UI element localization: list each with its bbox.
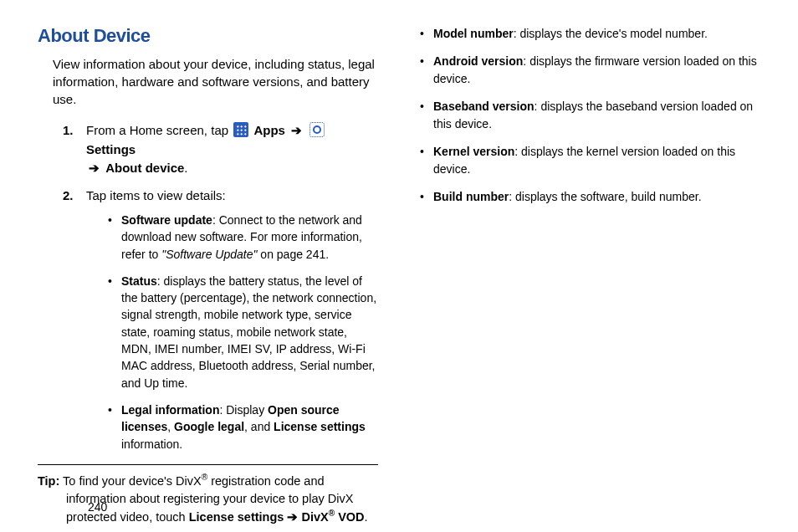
intro-paragraph: View information about your device, incl… (53, 55, 378, 108)
text: information. (121, 437, 182, 451)
bold-term: DivX (301, 510, 328, 524)
period: . (184, 161, 187, 175)
text: : displays the device's model number. (514, 27, 708, 40)
detail-bullets: Software update: Connect to the network … (108, 212, 378, 453)
section-title: About Device (38, 25, 378, 47)
term: Model number (433, 27, 514, 40)
bold-term: License settings (189, 510, 284, 524)
text: on page 241. (257, 248, 329, 261)
term: Android version (433, 54, 523, 68)
bold-term: License settings (274, 420, 366, 433)
tip-label: Tip: (38, 474, 59, 488)
right-column: Model number: displays the device's mode… (403, 25, 760, 515)
bold-term: VOD (335, 510, 364, 524)
reference: "Software Update" (161, 248, 257, 261)
settings-label: Settings (86, 142, 136, 156)
arrow-icon: ➔ (284, 510, 301, 524)
registered-mark: ® (329, 509, 335, 518)
bullet-build-number: Build number: displays the software, bui… (420, 188, 760, 206)
tip-box: Tip: To find your device's DivX® registr… (38, 464, 378, 532)
text: : displays the battery status, the level… (121, 274, 376, 390)
bullet-model-number: Model number: displays the device's mode… (420, 25, 760, 43)
apps-label: Apps (253, 123, 285, 137)
step-text: Tap items to view details: (86, 188, 226, 202)
registered-mark: ® (202, 473, 207, 482)
left-column: About Device View information about your… (38, 25, 403, 515)
apps-icon (233, 122, 248, 137)
page-number: 240 (88, 500, 107, 514)
arrow-icon: ➔ (89, 161, 100, 175)
settings-icon (309, 122, 325, 137)
step-number: 2. (63, 187, 74, 206)
about-device-label: About device (105, 161, 184, 175)
sep: , and (244, 420, 274, 433)
bullet-kernel-version: Kernel version: displays the kernel vers… (420, 143, 760, 178)
term: Legal information (121, 403, 219, 417)
manual-page: About Device View information about your… (0, 0, 798, 532)
term: Kernel version (433, 145, 514, 158)
term: Build number (433, 190, 509, 203)
sep: , (167, 420, 174, 433)
bullet-software-update: Software update: Connect to the network … (108, 212, 378, 263)
arrow-icon: ➔ (291, 123, 302, 137)
tip-content: Tip: To find your device's DivX® registr… (38, 472, 378, 526)
tip-text: To find your device's DivX (59, 474, 201, 488)
step-1: 1. From a Home screen, tap Apps ➔ Settin… (63, 121, 378, 178)
term: Software update (121, 213, 212, 227)
detail-bullets-continued: Model number: displays the device's mode… (420, 25, 760, 206)
term: Baseband version (433, 100, 535, 113)
step-number: 1. (63, 121, 74, 141)
text: : Display (219, 403, 268, 417)
steps-list: 1. From a Home screen, tap Apps ➔ Settin… (63, 121, 378, 453)
step-text-prefix: From a Home screen, tap (86, 123, 232, 137)
bullet-baseband-version: Baseband version: displays the baseband … (420, 98, 760, 133)
step-2: 2. Tap items to view details: Software u… (63, 187, 378, 453)
period: . (365, 510, 368, 524)
text: : displays the software, build number. (509, 190, 701, 203)
bold-term: Google legal (174, 420, 244, 433)
bullet-android-version: Android version: displays the firmware v… (420, 53, 760, 88)
bullet-legal: Legal information: Display Open source l… (108, 402, 378, 453)
term: Status (121, 274, 157, 288)
bullet-status: Status: displays the battery status, the… (108, 273, 378, 391)
